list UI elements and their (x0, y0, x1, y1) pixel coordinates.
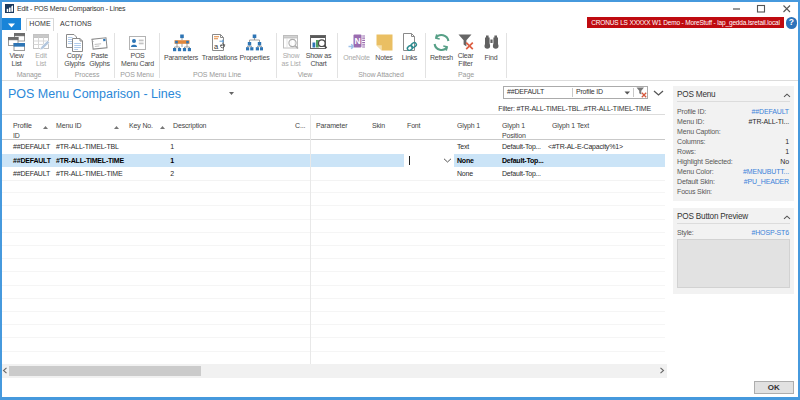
svg-text:N: N (355, 36, 361, 46)
